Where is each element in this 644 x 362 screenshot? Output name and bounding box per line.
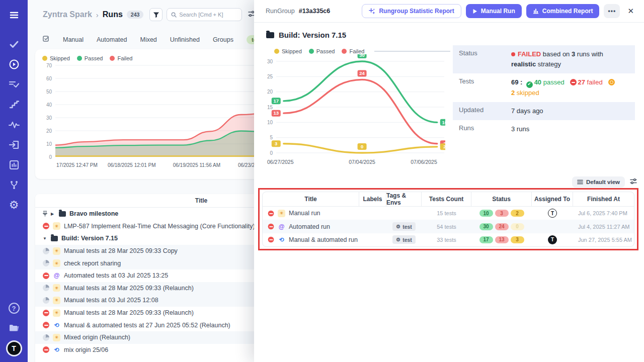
- column-header-tests-count[interactable]: Tests Count: [422, 192, 471, 206]
- run-title: Mixed origin (Relaunch): [64, 334, 130, 341]
- more-actions-button[interactable]: •••: [604, 4, 620, 18]
- in-progress-status-icon: [43, 334, 49, 341]
- rungroup-drawer: RunGroup #13a335c6 Rungroup Statistic Re…: [254, 0, 644, 362]
- assignee-avatar[interactable]: T: [548, 209, 557, 218]
- column-header-status[interactable]: Status: [471, 192, 532, 206]
- table-row[interactable]: ✳Manual run15 tests1032TJul 6, 2025 7:40…: [263, 207, 634, 220]
- assignee-avatar[interactable]: T: [548, 235, 557, 244]
- in-progress-status-icon: [43, 248, 49, 254]
- search-input-wrap: [167, 8, 242, 21]
- tag-chip[interactable]: ⚙test: [392, 235, 416, 244]
- svg-text:24: 24: [359, 70, 365, 76]
- steps-icon[interactable]: [8, 99, 20, 111]
- docs-folder-icon[interactable]: [8, 322, 20, 334]
- mixed-run-icon: ⟲: [53, 346, 60, 353]
- svg-text:0: 0: [361, 144, 363, 149]
- checklist-icon[interactable]: [8, 78, 20, 90]
- run-title: LMP-587 Implement Real-Time Chat Messagi…: [64, 223, 255, 230]
- tab-groups[interactable]: Groups: [213, 36, 233, 43]
- run-title: Build: Version 7.15: [61, 235, 118, 242]
- import-icon[interactable]: [8, 139, 20, 151]
- gear-icon: ⚙: [396, 237, 400, 242]
- run-title: Manual run: [289, 210, 320, 217]
- failed-status-icon: [43, 223, 49, 229]
- svg-text:60: 60: [46, 76, 52, 81]
- status-badge-red: 3: [495, 210, 509, 217]
- manual-run-icon: ✳: [278, 210, 285, 217]
- caret-down-icon[interactable]: ▼: [43, 236, 47, 241]
- default-view-button[interactable]: Default view: [572, 176, 625, 188]
- in-progress-status-icon: [43, 285, 49, 291]
- branch-icon[interactable]: [8, 179, 20, 191]
- table-settings-icon[interactable]: [630, 177, 637, 187]
- statistic-report-button[interactable]: Rungroup Statistic Report: [362, 4, 461, 18]
- run-title: Automated run: [289, 223, 330, 230]
- legend-dot-icon: [42, 56, 47, 61]
- drawer-close-icon[interactable]: ✕: [627, 7, 634, 16]
- column-header-labels[interactable]: Labels: [359, 192, 386, 206]
- manual-run-button[interactable]: Manual Run: [466, 4, 522, 18]
- chart-legend: SkippedPassedFailed: [42, 55, 260, 61]
- failed-status-icon: [268, 210, 274, 216]
- svg-text:20: 20: [46, 128, 52, 134]
- run-title: Manual tests at 28 Mar 2025 09:33 (Relau…: [64, 285, 194, 292]
- run-title: Manual tests at 28 Mar 2025 09:33 (Relau…: [64, 309, 194, 316]
- gear-icon[interactable]: ⚙: [8, 199, 20, 211]
- runs-panel-header: Zyntra Spark › Runs 243: [43, 8, 255, 21]
- help-icon[interactable]: ?: [9, 303, 20, 314]
- tab-unfinished[interactable]: Unfinished: [170, 36, 200, 43]
- legend-item: Failed: [110, 55, 132, 61]
- rungroup-chart-legend: SkippedPassedFailed: [263, 48, 450, 54]
- column-header-assigned-to[interactable]: Assigned To: [532, 192, 573, 206]
- runs-count-badge: 243: [127, 11, 144, 19]
- combined-report-button[interactable]: Combined Report: [526, 4, 600, 18]
- column-header-finished-at[interactable]: Finished At: [573, 192, 634, 206]
- table-row[interactable]: @Automated run⚙test54 tests30240Jul 4, 2…: [263, 220, 634, 233]
- info-row-runs: Runs 3 runs: [453, 120, 635, 138]
- run-title: check report sharing: [64, 260, 121, 267]
- failed-status-icon: [43, 310, 49, 316]
- user-avatar[interactable]: T: [8, 342, 21, 355]
- legend-dot-icon: [110, 56, 115, 61]
- status-badge-green: 17: [479, 236, 493, 243]
- svg-text:3: 3: [275, 141, 277, 146]
- select-runs-icon[interactable]: [43, 35, 50, 44]
- runs-panel: Zyntra Spark › Runs 243 ✕ ManualAutomate…: [28, 0, 262, 362]
- runs-value: 3 runs: [511, 124, 529, 134]
- tab-manual[interactable]: Manual: [63, 36, 84, 43]
- breadcrumb-project[interactable]: Zyntra Spark: [43, 10, 92, 19]
- table-row[interactable]: ⟲Manual & automated run⚙test33 tests1713…: [263, 233, 634, 246]
- pulse-icon[interactable]: [8, 119, 20, 131]
- failed-status-icon: [43, 346, 49, 353]
- search-icon: [171, 12, 177, 18]
- filter-button[interactable]: [149, 8, 163, 21]
- manual-run-icon: ✳: [53, 222, 60, 230]
- column-header-tags-envs[interactable]: Tags & Envs: [386, 192, 422, 206]
- tasks-check-icon[interactable]: [8, 38, 20, 50]
- table-body: ✳Manual run15 tests1032TJul 6, 2025 7:40…: [263, 207, 634, 246]
- search-input[interactable]: [179, 12, 234, 18]
- legend-item: Passed: [77, 55, 103, 61]
- rungroup-label: RunGroup: [266, 8, 295, 15]
- rungroup-title: Build: Version 7.15: [266, 31, 346, 39]
- report-icon[interactable]: [8, 159, 20, 171]
- status-badge-yellow-faded: 0: [511, 223, 524, 230]
- svg-text:50: 50: [46, 89, 52, 95]
- automated-run-icon: @: [53, 272, 60, 280]
- tag-chip[interactable]: ⚙test: [392, 222, 416, 231]
- caret-right-icon[interactable]: ▶: [51, 212, 55, 216]
- tests-count: 33 tests: [437, 237, 456, 243]
- svg-text:70: 70: [46, 63, 52, 68]
- breadcrumb-separator: ›: [96, 11, 99, 19]
- svg-text:06/27/2025: 06/27/2025: [267, 159, 294, 165]
- tab-automated[interactable]: Automated: [97, 36, 127, 43]
- run-title: mix origin 25/06: [64, 346, 108, 353]
- finished-at: Jul 4, 2025 11:27 AM: [578, 224, 630, 230]
- tab-mixed[interactable]: Mixed: [140, 36, 156, 43]
- play-icon: [472, 9, 477, 14]
- svg-text:15: 15: [267, 105, 273, 110]
- menu-icon[interactable]: [8, 9, 20, 21]
- column-header-title[interactable]: Title: [263, 192, 359, 206]
- runs-play-icon[interactable]: [8, 58, 20, 70]
- svg-text:30: 30: [46, 115, 52, 121]
